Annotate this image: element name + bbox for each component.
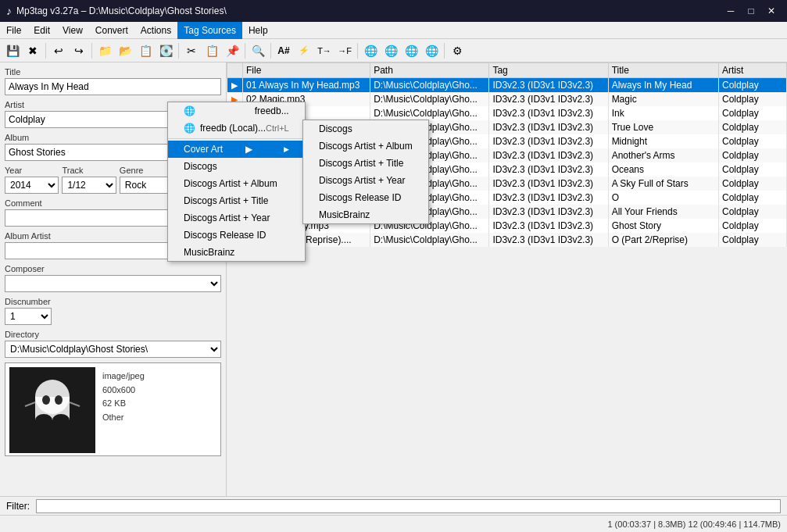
- col-header-file[interactable]: File: [243, 63, 370, 78]
- submenu-discogs-artist-year[interactable]: Discogs Artist + Year: [303, 172, 428, 189]
- menu-item-discogs[interactable]: Discogs: [168, 158, 305, 175]
- cell-title: O (Part 2/Reprise): [608, 233, 718, 247]
- menu-item-discogs-artist-album[interactable]: Discogs Artist + Album: [168, 175, 305, 192]
- toolbar-redo[interactable]: ↪: [70, 41, 88, 60]
- toolbar-open-files[interactable]: 📂: [116, 41, 134, 60]
- discogs-artist-title-label: Discogs Artist + Title: [184, 195, 268, 206]
- cell-artist: Coldplay: [719, 148, 787, 162]
- art-format: image/jpeg: [102, 370, 145, 384]
- close-button[interactable]: ✕: [762, 3, 781, 19]
- submenu-discogs-release-id-label: Discogs Release ID: [319, 192, 401, 203]
- toolbar-convert-tag-fn[interactable]: →F: [335, 41, 354, 60]
- menu-help[interactable]: Help: [242, 22, 274, 39]
- album-art-info: image/jpeg 600x600 62 KB Other: [99, 363, 148, 455]
- title-label: Title: [5, 67, 221, 77]
- menu-item-discogs-artist-title[interactable]: Discogs Artist + Title: [168, 192, 305, 209]
- toolbar-paste[interactable]: 📌: [223, 41, 241, 60]
- discogs-release-id-label: Discogs Release ID: [184, 230, 266, 241]
- minimize-button[interactable]: ─: [721, 3, 740, 19]
- cell-tag: ID3v2.3 (ID3v1 ID3v2.3): [489, 219, 608, 233]
- track-label: Track: [62, 166, 116, 175]
- toolbar-actions[interactable]: ⚡: [295, 41, 313, 60]
- title-controls: ─ □ ✕: [721, 3, 781, 19]
- menu-item-discogs-release-id[interactable]: Discogs Release ID: [168, 227, 305, 244]
- toolbar-convert-fn-tag[interactable]: T→: [315, 41, 334, 60]
- menu-convert[interactable]: Convert: [89, 22, 134, 39]
- title-input[interactable]: [5, 78, 221, 95]
- menu-item-musicbrainz[interactable]: MusicBrainz: [168, 244, 305, 261]
- cell-path: D:\Music\Coldplay\Gho...: [370, 106, 489, 120]
- menu-actions[interactable]: Actions: [134, 22, 177, 39]
- submenu-musicbrainz[interactable]: MusicBrainz: [303, 206, 428, 223]
- table-row[interactable]: ▶ 01 Always In My Head.mp3 D:\Music\Cold…: [227, 78, 787, 92]
- table-row[interactable]: ▶ 03 Ink.mp3 D:\Music\Coldplay\Gho... ID…: [227, 106, 787, 120]
- col-header-title[interactable]: Title: [608, 63, 718, 78]
- toolbar-copy[interactable]: 📋: [202, 41, 221, 60]
- cell-title: Always In My Head: [608, 78, 718, 92]
- toolbar-undo[interactable]: ↩: [49, 41, 68, 60]
- cell-artist: Coldplay: [719, 162, 787, 177]
- cell-tag: ID3v2.3 (ID3v1 ID3v2.3): [489, 148, 608, 162]
- submenu-discogs-artist-title[interactable]: Discogs Artist + Title: [303, 155, 428, 172]
- maximize-button[interactable]: □: [742, 3, 760, 19]
- submenu-discogs-artist-album[interactable]: Discogs Artist + Album: [303, 137, 428, 155]
- toolbar-options[interactable]: ⚙: [448, 41, 467, 60]
- app-icon: ♪: [6, 5, 12, 17]
- toolbar-save[interactable]: 💾: [3, 41, 22, 60]
- cell-artist: Coldplay: [719, 92, 787, 106]
- toolbar-cut[interactable]: ✂: [182, 41, 201, 60]
- menu-tag-sources[interactable]: Tag Sources: [177, 22, 242, 39]
- submenu-discogs-release-id[interactable]: Discogs Release ID: [303, 189, 428, 206]
- col-header-icon[interactable]: [227, 63, 243, 78]
- toolbar-open-playlist[interactable]: 📋: [136, 41, 155, 60]
- menu-item-freedb-local[interactable]: 🌐 freedb (Local)... Ctrl+L: [168, 120, 305, 137]
- col-header-tag[interactable]: Tag: [489, 63, 608, 78]
- track-input[interactable]: 1/12: [62, 177, 116, 194]
- menu-edit[interactable]: Edit: [27, 22, 56, 39]
- toolbar-save-playlist[interactable]: 💽: [156, 41, 175, 60]
- album-art-image: [9, 367, 95, 453]
- freedb-label: freedb...: [255, 105, 289, 116]
- toolbar-web1[interactable]: 🌐: [361, 41, 380, 60]
- cell-tag: ID3v2.3 (ID3v1 ID3v2.3): [489, 162, 608, 177]
- musicbrainz-label: MusicBrainz: [184, 247, 234, 258]
- toolbar-web2[interactable]: 🌐: [381, 41, 400, 60]
- table-row[interactable]: ▶ 02 Magic.mp3 D:\Music\Coldplay\Gho... …: [227, 92, 787, 106]
- toolbar-auto-number[interactable]: A#: [274, 41, 293, 60]
- directory-input[interactable]: D:\Music\Coldplay\Ghost Stories\: [5, 341, 221, 358]
- art-dimensions: 600x600: [102, 384, 145, 398]
- toolbar-web4[interactable]: 🌐: [422, 41, 441, 60]
- cell-artist: Coldplay: [719, 191, 787, 205]
- main-area: Title Artist Album Year 2014 Track 1/1: [0, 62, 787, 496]
- filter-input[interactable]: [36, 499, 781, 513]
- year-input[interactable]: 2014: [5, 177, 59, 194]
- table-row[interactable]: ▶ 12 O (Part 2 - Reprise).... D:\Music\C…: [227, 233, 787, 247]
- submenu-discogs[interactable]: Discogs: [303, 120, 428, 137]
- menu-item-freedb[interactable]: 🌐 freedb...: [168, 102, 305, 120]
- discnumber-label: Discnumber: [5, 297, 221, 306]
- composer-input[interactable]: [5, 275, 221, 292]
- toolbar-open-dir[interactable]: 📁: [95, 41, 114, 60]
- cell-artist: Coldplay: [719, 233, 787, 247]
- cover-art-submenu: Discogs Discogs Artist + Album Discogs A…: [302, 120, 429, 224]
- menu-item-cover-art[interactable]: Cover Art ▶: [168, 141, 305, 158]
- toolbar-web3[interactable]: 🌐: [402, 41, 420, 60]
- toolbar-find[interactable]: 🔍: [249, 41, 267, 60]
- submenu-discogs-label: Discogs: [319, 123, 352, 134]
- col-header-path[interactable]: Path: [370, 63, 489, 78]
- menu-item-discogs-artist-year[interactable]: Discogs Artist + Year: [168, 209, 305, 227]
- col-header-artist[interactable]: Artist: [719, 63, 787, 78]
- menu-sep-1: [168, 138, 305, 139]
- submenu-discogs-artist-album-label: Discogs Artist + Album: [319, 141, 413, 152]
- cover-art-arrow: ▶: [245, 144, 252, 155]
- cell-title: Another's Arms: [608, 148, 718, 162]
- discnumber-field-group: Discnumber 1: [5, 297, 221, 325]
- discnumber-input[interactable]: 1: [5, 308, 52, 325]
- directory-field-group: Directory D:\Music\Coldplay\Ghost Storie…: [5, 330, 221, 358]
- toolbar-cancel[interactable]: ✖: [23, 41, 42, 60]
- freedb-local-icon: 🌐: [184, 123, 195, 134]
- menu-file[interactable]: File: [0, 22, 27, 39]
- menu-view[interactable]: View: [56, 22, 89, 39]
- cell-title: O: [608, 191, 718, 205]
- svg-point-3: [35, 414, 52, 427]
